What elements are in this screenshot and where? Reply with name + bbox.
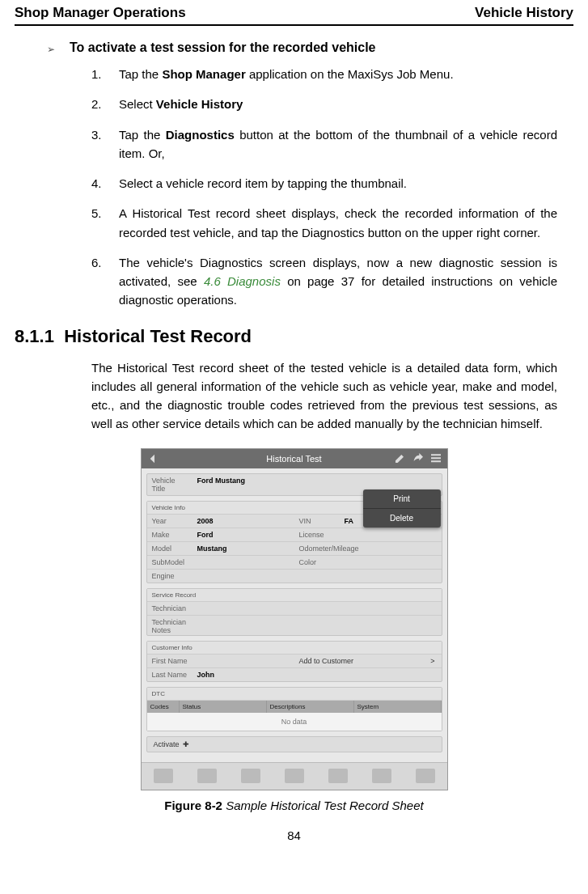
step-number-6: 6. [91, 253, 108, 310]
bullet-heading: To activate a test session for the recor… [70, 40, 376, 55]
odometer-label: Odometer/Mileage [299, 544, 336, 553]
lastname-value: John [197, 671, 215, 679]
footer-btn[interactable] [328, 769, 348, 783]
lastname-label: Last Name [152, 671, 189, 679]
license-label: License [299, 531, 336, 539]
step-text-5: A Historical Test record sheet displays,… [119, 204, 557, 242]
technician-notes-label: Technician Notes [152, 618, 189, 633]
customer-info-label: Customer Info [147, 642, 442, 655]
bullet-icon: ➢ [47, 44, 55, 55]
vin-label: VIN [299, 517, 336, 525]
figure-screenshot: Historical Test Print Delete Vehicle Tit… [141, 448, 448, 790]
dtc-label: DTC [147, 688, 442, 701]
back-icon[interactable] [146, 452, 159, 465]
vin-value: FA [345, 517, 354, 525]
step-text-6: The vehicle's Diagnostics screen display… [119, 253, 557, 310]
footer-btn[interactable] [197, 769, 217, 783]
submodel-label: SubModel [152, 558, 189, 566]
menu-icon[interactable] [429, 451, 442, 464]
mock-title: Historical Test [266, 454, 321, 464]
header-left: Shop Manager Operations [15, 5, 186, 21]
activate-label[interactable]: Activate [154, 740, 180, 748]
link-diagnosis[interactable]: 4.6 Diagnosis [204, 274, 281, 288]
year-label: Year [152, 517, 189, 525]
firstname-label: First Name [152, 657, 189, 665]
service-record-label: Service Record [147, 589, 442, 602]
step-text-4: Select a vehicle record item by tapping … [119, 174, 407, 193]
mock-footer-nav [142, 762, 447, 790]
edit-icon[interactable] [394, 451, 407, 464]
dtc-col-codes: Codes [147, 701, 180, 713]
step-number-1: 1. [91, 65, 108, 83]
add-to-customer-button[interactable]: Add to Customer> [293, 655, 442, 667]
step-text-1: Tap the Shop Manager application on the … [119, 65, 454, 83]
step-number-2: 2. [91, 95, 108, 113]
plus-icon[interactable]: ✚ [183, 740, 189, 748]
footer-btn[interactable] [372, 769, 391, 783]
figure-caption: Figure 8-2 Sample Historical Test Record… [15, 799, 573, 812]
footer-btn[interactable] [154, 769, 173, 783]
step-number-3: 3. [91, 125, 108, 163]
page-number: 84 [15, 828, 573, 850]
section-paragraph: The Historical Test record sheet of the … [91, 358, 557, 434]
model-value: Mustang [197, 544, 227, 553]
step-number-4: 4. [91, 174, 108, 193]
header-right: Vehicle History [475, 5, 573, 21]
year-value: 2008 [197, 517, 214, 525]
step-number-5: 5. [91, 204, 108, 242]
dtc-nodata: No data [147, 713, 442, 731]
dtc-col-descriptions: Descriptions [267, 701, 354, 713]
step-text-3: Tap the Diagnostics button at the bottom… [119, 125, 557, 163]
dtc-col-system: System [354, 701, 442, 713]
share-icon[interactable] [412, 451, 425, 464]
color-label: Color [299, 558, 336, 566]
footer-btn[interactable] [416, 769, 435, 783]
context-menu: Print Delete [363, 489, 441, 528]
vehicle-title-label: Vehicle Title [152, 477, 189, 493]
dtc-col-status: Status [180, 701, 267, 713]
menu-print[interactable]: Print [363, 489, 441, 509]
step-text-2: Select Vehicle History [119, 95, 243, 113]
chevron-right-icon: > [430, 657, 434, 665]
menu-delete[interactable]: Delete [363, 509, 441, 528]
model-label: Model [152, 544, 189, 553]
vehicle-title-value: Ford Mustang [197, 477, 246, 493]
footer-btn[interactable] [285, 769, 304, 783]
section-heading: 8.1.1 Historical Test Record [15, 326, 573, 347]
make-label: Make [152, 531, 189, 539]
technician-label: Technician [152, 604, 189, 612]
footer-btn[interactable] [241, 769, 260, 783]
engine-label: Engine [152, 572, 189, 580]
make-value: Ford [197, 531, 214, 539]
